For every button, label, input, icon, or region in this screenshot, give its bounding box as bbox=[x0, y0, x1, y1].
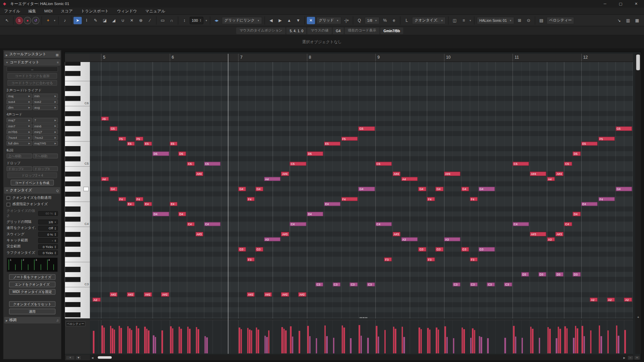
midi-note-d3[interactable]: D3 bbox=[521, 272, 529, 277]
midi-note-a5[interactable]: A5 bbox=[101, 116, 109, 121]
dropdown-icon[interactable]: ▼ bbox=[54, 221, 56, 223]
black-key[interactable] bbox=[65, 302, 80, 307]
velocity-bar[interactable] bbox=[590, 330, 591, 354]
black-key[interactable] bbox=[65, 191, 80, 196]
section-chord-edit[interactable]: ▼ コードエディット ≡ bbox=[4, 59, 60, 66]
velocity-bar[interactable] bbox=[601, 336, 602, 353]
midi-note-f4[interactable]: F4 bbox=[598, 197, 615, 201]
midi-note-f3[interactable]: F3 bbox=[427, 257, 435, 261]
velocity-bar[interactable] bbox=[522, 338, 523, 354]
midi-note-g4[interactable]: G4 bbox=[615, 187, 632, 191]
midi-note-as2[interactable]: A#2 bbox=[110, 292, 118, 297]
velocity-bar[interactable] bbox=[427, 328, 429, 353]
velocity-bar[interactable] bbox=[283, 329, 285, 353]
range-tool-button[interactable]: I bbox=[83, 17, 91, 24]
part-editing-mode-icon[interactable]: ◫ bbox=[450, 17, 459, 24]
section-quantize[interactable]: ▼ クオンタイズ Q bbox=[4, 187, 60, 194]
part-list-dropdown-icon[interactable]: ▼ bbox=[469, 19, 471, 21]
insert-velocity-spin-arrows[interactable]: ▲▼ bbox=[200, 19, 201, 22]
velocity-bar[interactable] bbox=[404, 337, 405, 353]
velocity-bar[interactable] bbox=[138, 328, 139, 354]
velocity-bar[interactable] bbox=[324, 325, 326, 353]
chord-button-min[interactable]: min▶ bbox=[33, 94, 58, 99]
nudge-left-button[interactable]: ◀ bbox=[267, 17, 275, 24]
velocity-bar[interactable] bbox=[206, 338, 208, 354]
velocity-bar[interactable] bbox=[189, 329, 191, 353]
midi-note-as4[interactable]: A#4 bbox=[281, 172, 289, 176]
velocity-bar[interactable] bbox=[625, 330, 626, 353]
velocity-bar[interactable] bbox=[618, 336, 619, 354]
velocity-bar[interactable] bbox=[539, 338, 540, 354]
velocity-bar[interactable] bbox=[384, 330, 386, 353]
move-down-button[interactable]: ▼ bbox=[294, 17, 302, 24]
midi-note-f4[interactable]: F4 bbox=[341, 197, 358, 201]
spinner-icon[interactable]: ▲ ▼ bbox=[54, 212, 56, 215]
midi-note-d5[interactable]: D5 bbox=[178, 152, 186, 156]
midi-note-d4[interactable]: D4 bbox=[153, 212, 169, 216]
midi-note-c5[interactable]: C5 bbox=[564, 162, 572, 166]
velocity-bar[interactable] bbox=[258, 329, 259, 353]
black-key[interactable] bbox=[65, 181, 80, 186]
midi-note-c5[interactable]: C5 bbox=[375, 162, 392, 166]
move-up-button[interactable]: ▲ bbox=[285, 17, 293, 24]
acoustic-feedback-icon[interactable]: ♪ bbox=[61, 17, 69, 24]
midi-note-c4[interactable]: C4 bbox=[204, 222, 220, 226]
line-tool-button[interactable]: ∕ bbox=[146, 17, 154, 24]
midi-note-a3[interactable]: A3 bbox=[547, 237, 555, 241]
nudge-right-button[interactable]: ▶ bbox=[276, 17, 284, 24]
inspector-pin-icon[interactable]: ↖ bbox=[3, 17, 11, 24]
show-note-expression-icon[interactable]: ⊞ bbox=[516, 17, 524, 24]
chord-button-sus2[interactable]: sus2▶ bbox=[33, 99, 58, 104]
midi-note-c3[interactable]: C3 bbox=[470, 282, 478, 287]
midi-note-d3[interactable]: D3 bbox=[538, 272, 546, 277]
horizontal-scroll-thumb[interactable] bbox=[98, 356, 112, 359]
minimize-button[interactable]: ─ bbox=[597, 0, 613, 7]
chord-button--2[interactable]: ドロップ2 bbox=[7, 166, 32, 171]
midi-note-g3[interactable]: G3 bbox=[461, 247, 469, 251]
midi-note-g4[interactable]: G4 bbox=[255, 187, 263, 191]
velocity-bar[interactable] bbox=[146, 329, 148, 353]
velocity-bar[interactable] bbox=[112, 328, 113, 354]
velocity-bar[interactable] bbox=[530, 327, 532, 354]
midi-note-as2[interactable]: A#2 bbox=[298, 292, 306, 297]
velocity-bar[interactable] bbox=[515, 337, 516, 353]
midi-note-g5[interactable]: G5 bbox=[358, 126, 375, 131]
trim-tool-button[interactable]: ◢ bbox=[110, 17, 118, 24]
chord-button-maj7[interactable]: maj7▶ bbox=[7, 118, 32, 123]
chord-button-maj[interactable]: maj▶ bbox=[7, 94, 32, 99]
midi-note-as2[interactable]: A#2 bbox=[247, 292, 255, 297]
solo-button[interactable]: S bbox=[16, 17, 23, 24]
quantize-row-value[interactable]: Off▲ ▼ bbox=[38, 226, 58, 231]
midi-note-d4[interactable]: D4 bbox=[178, 212, 186, 216]
quantize-row-value[interactable]: 0 Ticks▲ ▼ bbox=[38, 244, 58, 249]
midi-note-c5[interactable]: C5 bbox=[187, 162, 195, 166]
midi-note-g4[interactable]: G4 bbox=[418, 187, 426, 191]
record-icon[interactable]: ● bbox=[24, 17, 31, 24]
midi-note-a3[interactable]: A3 bbox=[444, 237, 461, 241]
midi-note-g3[interactable]: G3 bbox=[238, 247, 246, 251]
velocity-bar[interactable] bbox=[453, 338, 454, 353]
velocity-bar[interactable] bbox=[161, 330, 163, 354]
quantize-action-11[interactable]: クオンタイズをリセット bbox=[9, 301, 55, 307]
black-key[interactable] bbox=[65, 156, 80, 161]
velocity-bar[interactable] bbox=[436, 327, 437, 353]
velocity-bar[interactable] bbox=[292, 337, 293, 353]
velocity-bar[interactable] bbox=[144, 327, 146, 354]
midi-note-as4[interactable]: A#4 bbox=[555, 172, 564, 176]
midi-note-g4[interactable]: G4 bbox=[358, 187, 375, 191]
close-button[interactable]: ✕ bbox=[628, 0, 644, 7]
chord-button-aug[interactable]: aug▶ bbox=[33, 105, 58, 110]
velocity-bar[interactable] bbox=[481, 337, 482, 353]
menu-item-1[interactable]: ファイル bbox=[0, 7, 24, 14]
midi-note-d5[interactable]: D5 bbox=[573, 152, 581, 156]
velocity-bar[interactable] bbox=[256, 327, 257, 353]
midi-note-f3[interactable]: F3 bbox=[470, 257, 478, 261]
velocity-bar[interactable] bbox=[395, 329, 396, 353]
velocity-bar[interactable] bbox=[350, 338, 352, 353]
midi-note-a4[interactable]: A4 bbox=[264, 177, 280, 181]
midi-note-d4[interactable]: D4 bbox=[573, 212, 581, 216]
open-in-window-icon[interactable]: ↘ bbox=[615, 17, 623, 24]
midi-note-c5[interactable]: C5 bbox=[204, 162, 220, 166]
midi-note-d5[interactable]: D5 bbox=[307, 152, 323, 156]
midi-note-c4[interactable]: C4 bbox=[187, 222, 195, 226]
